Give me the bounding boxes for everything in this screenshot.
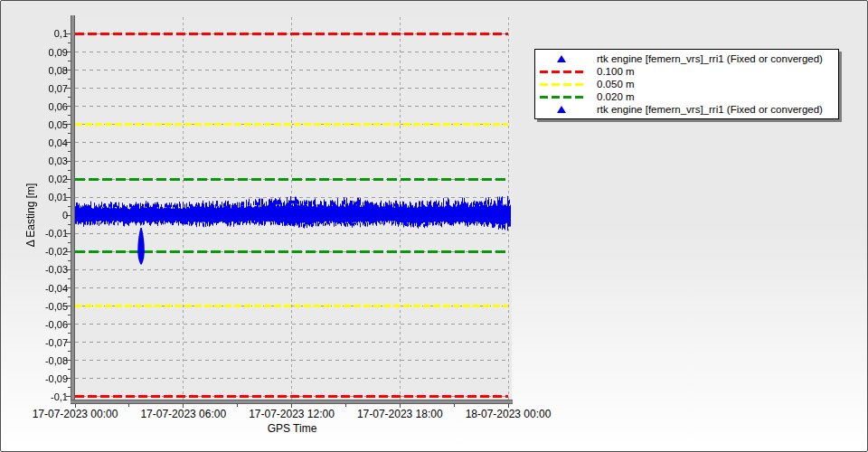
y-tick-label: -0,1 <box>1 391 68 403</box>
dash-icon <box>540 71 583 73</box>
y-axis-minor-tick <box>68 297 71 297</box>
y-axis-minor-tick <box>68 97 71 98</box>
triangle-icon <box>557 106 566 113</box>
chart-window: 0,10,090,080,070,060,050,040,030,020,010… <box>0 0 868 452</box>
y-tick-label: 0,07 <box>1 82 68 95</box>
y-axis-minor-tick <box>68 224 71 225</box>
x-tick-label: 17-07-2023 00:00 <box>16 408 134 420</box>
legend-dash-line-icon <box>535 96 588 99</box>
y-tick-label: 0,08 <box>1 64 68 77</box>
y-axis-minor-tick <box>68 79 71 80</box>
y-axis-minor-tick <box>68 278 71 279</box>
y-tick-label: 0,04 <box>1 137 68 149</box>
y-tick-label: -0,07 <box>1 336 68 349</box>
x-axis-title: GPS Time <box>238 422 346 435</box>
y-tick-label: -0,04 <box>1 282 68 295</box>
legend-item-label: rtk engine [femern_vrs]_rri1 (Fixed or c… <box>588 104 823 115</box>
legend-dash-line-icon <box>535 71 588 73</box>
y-axis-minor-tick <box>68 61 71 61</box>
y-axis-title: Δ Easting [m] <box>24 161 37 269</box>
y-axis-minor-tick <box>68 260 71 261</box>
triangle-icon <box>557 55 566 62</box>
y-axis-minor-tick <box>68 42 71 43</box>
legend-item-label: rtk engine [femern_vrs]_rri1 (Fixed or c… <box>588 53 823 64</box>
legend-item[interactable]: 0.100 m <box>535 65 838 78</box>
y-axis-minor-tick <box>68 170 71 171</box>
y-axis-minor-tick <box>68 206 71 207</box>
x-tick-label: 17-07-2023 18:00 <box>341 408 458 420</box>
dash-icon <box>540 96 583 99</box>
y-tick-label: -0,08 <box>1 354 68 367</box>
legend-item[interactable]: rtk engine [femern_vrs]_rri1 (Fixed or c… <box>535 52 838 65</box>
dash-icon <box>540 83 583 86</box>
x-axis-minor-tick <box>454 404 455 407</box>
y-axis-minor-tick <box>68 315 71 315</box>
y-tick-label: -0,09 <box>1 372 68 385</box>
legend-item-label: 0.020 m <box>588 91 635 102</box>
y-axis-minor-tick <box>68 369 71 370</box>
y-axis-minor-tick <box>68 387 71 388</box>
x-tick-label: 17-07-2023 12:00 <box>233 408 351 420</box>
data-series-canvas <box>75 17 513 400</box>
legend: rtk engine [femern_vrs]_rri1 (Fixed or c… <box>534 49 839 119</box>
y-tick-label: -0,06 <box>1 318 68 331</box>
legend-triangle-marker-icon <box>535 55 588 62</box>
y-axis-minor-tick <box>68 188 71 189</box>
y-axis-minor-tick <box>68 115 71 116</box>
y-axis-minor-tick <box>68 333 71 334</box>
legend-item[interactable]: 0.020 m <box>535 90 838 103</box>
y-tick-label: 0,05 <box>1 118 68 131</box>
legend-item-label: 0.050 m <box>588 79 635 89</box>
legend-item[interactable]: 0.050 m <box>535 78 838 90</box>
y-axis-minor-tick <box>68 133 71 134</box>
y-tick-label: 0,09 <box>1 46 68 59</box>
x-tick-label: 18-07-2023 00:00 <box>449 408 567 420</box>
y-axis-minor-tick <box>68 151 71 152</box>
legend-dash-line-icon <box>535 83 588 86</box>
x-tick-label: 17-07-2023 06:00 <box>125 408 242 420</box>
x-axis-minor-tick <box>128 404 129 407</box>
y-tick-label: 0,1 <box>1 27 68 40</box>
y-axis-minor-tick <box>68 351 71 352</box>
x-axis-minor-tick <box>237 404 238 407</box>
y-tick-label: -0,05 <box>1 300 68 313</box>
legend-item[interactable]: rtk engine [femern_vrs]_rri1 (Fixed or c… <box>535 103 838 116</box>
y-axis-line <box>71 15 75 404</box>
x-axis-minor-tick <box>345 404 346 407</box>
y-tick-label: 0,06 <box>1 100 68 113</box>
y-axis-minor-tick <box>68 242 71 243</box>
legend-triangle-marker-icon <box>535 106 588 113</box>
legend-item-label: 0.100 m <box>588 66 635 77</box>
